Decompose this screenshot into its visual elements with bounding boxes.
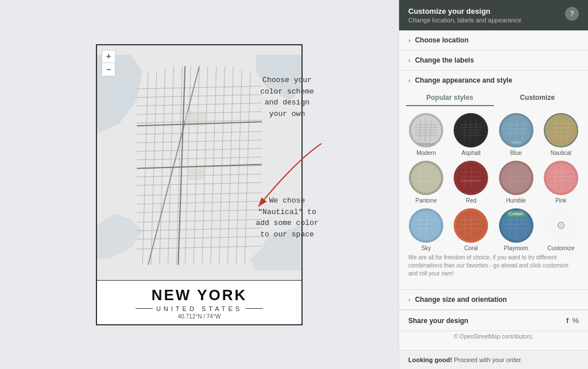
collab-badge: Collab! — [506, 211, 525, 217]
zoom-out-button[interactable]: − — [102, 63, 115, 76]
map-coords: 40.712°N / 74°W — [102, 313, 297, 320]
annotation-top: Choose your color scheme and design your… — [235, 75, 339, 119]
style-label-humble: Humble — [506, 197, 525, 204]
style-item-coral[interactable]: Coral — [451, 208, 491, 251]
right-panel: Customize your design Change location, l… — [399, 0, 588, 369]
share-label: Share your design — [408, 317, 469, 325]
style-label-sky: Sky — [421, 245, 431, 251]
section-label: Choose location — [415, 36, 469, 44]
style-item-red[interactable]: BARCELONA Red — [451, 161, 491, 204]
header-subtitle: Change location, labels and appearance — [408, 17, 521, 24]
style-item-nautical[interactable]: Nautical — [541, 113, 581, 156]
help-button[interactable]: ? — [565, 7, 579, 21]
tab-customize[interactable]: Customize — [494, 90, 582, 106]
style-item-sky[interactable]: Sky — [406, 208, 446, 251]
style-label-playroom: Playroom — [504, 245, 528, 251]
map-footer: NEW YORK UNITED STATES 40.712°N / 74°W — [97, 280, 301, 324]
style-item-playroom[interactable]: Collab! Playroom — [496, 208, 536, 251]
left-panel: + − — [0, 0, 399, 369]
style-label-pantone: Pantone — [415, 197, 436, 204]
chevron-icon: › — [408, 57, 411, 64]
freedom-text-content: We are all for freedom of choice, if you… — [408, 254, 568, 277]
right-header-text: Customize your design Change location, l… — [408, 7, 521, 24]
zoom-in-button[interactable]: + — [102, 51, 115, 63]
style-circle-blue: TOKYO — [499, 113, 533, 147]
style-circle-pantone — [409, 161, 443, 195]
style-item-customize[interactable]: ⚙ Customize — [541, 208, 581, 251]
styles-grid: STOCKHOLM Modern — [406, 113, 581, 251]
osm-text-content: © OpenStreetMap contributors. — [454, 333, 533, 340]
section-change-appearance: ‹ Change appearance and style Popular st… — [399, 71, 588, 290]
svg-text:BARCELONA: BARCELONA — [461, 179, 481, 182]
header-title: Customize your design — [408, 7, 521, 15]
zoom-controls[interactable]: + − — [102, 50, 115, 76]
style-circle-pink — [544, 161, 578, 195]
share-row: Share your design f % — [399, 310, 588, 331]
chevron-icon: › — [408, 37, 411, 44]
map-city: NEW YORK — [102, 286, 297, 304]
right-header: Customize your design Change location, l… — [399, 0, 588, 30]
style-item-asphalt[interactable]: Asphalt — [451, 113, 491, 156]
chevron-icon: › — [408, 296, 411, 303]
style-circle-coral — [454, 208, 488, 243]
section-label: Change the labels — [415, 56, 474, 64]
svg-text:STOCKHOLM: STOCKHOLM — [417, 143, 435, 146]
footer-bar: Looking good! Proceed with your order. — [399, 350, 588, 369]
style-circle-humble — [499, 161, 533, 195]
annotation-bottom-text: We chose "Nautical" to add some color to… — [256, 196, 318, 239]
footer-prefix: Looking good! — [408, 356, 452, 363]
style-item-blue[interactable]: TOKYO Blue — [496, 113, 536, 156]
style-circle-nautical — [544, 113, 578, 147]
style-circle-asphalt — [454, 113, 488, 147]
osm-attribution: © OpenStreetMap contributors. — [399, 331, 588, 342]
style-label-modern: Modern — [416, 150, 436, 156]
style-circle-sky — [409, 208, 443, 243]
style-label-asphalt: Asphalt — [462, 150, 481, 156]
style-label-customize: Customize — [547, 245, 574, 251]
link-icon[interactable]: % — [572, 316, 579, 325]
share-icons: f % — [566, 316, 579, 325]
style-label-pink: Pink — [555, 197, 566, 204]
section-change-size[interactable]: › Change size and orientation — [399, 290, 588, 310]
style-circle-playroom: Collab! — [499, 208, 533, 243]
style-item-pantone[interactable]: Pantone — [406, 161, 446, 204]
section-size-label: Change size and orientation — [415, 296, 507, 304]
style-label-blue: Blue — [510, 150, 522, 156]
style-circle-customize: ⚙ — [544, 208, 578, 243]
svg-rect-35 — [188, 168, 205, 180]
style-item-pink[interactable]: Pink — [541, 161, 581, 204]
style-label-red: Red — [466, 197, 476, 204]
footer-text: Proceed with your order. — [454, 356, 522, 363]
styles-tabs: Popular styles Customize — [406, 90, 581, 106]
styles-area: Popular styles Customize — [399, 90, 588, 289]
annotation-bottom: We chose "Nautical" to add some color to… — [235, 195, 339, 240]
style-item-humble[interactable]: Humble — [496, 161, 536, 204]
map-country: UNITED STATES — [102, 305, 297, 312]
chevron-down-icon: ‹ — [408, 77, 411, 84]
facebook-icon[interactable]: f — [566, 316, 568, 325]
section-change-labels[interactable]: › Change the labels — [399, 51, 588, 71]
section-appearance-header[interactable]: ‹ Change appearance and style — [399, 71, 588, 90]
annotation-top-text: Choose your color scheme and design your… — [260, 76, 314, 118]
freedom-text: We are all for freedom of choice, if you… — [406, 251, 581, 282]
style-item-modern[interactable]: STOCKHOLM Modern — [406, 113, 446, 156]
style-circle-modern: STOCKHOLM — [409, 113, 443, 147]
svg-text:TOKYO: TOKYO — [512, 141, 521, 144]
tab-popular-styles[interactable]: Popular styles — [406, 90, 494, 106]
style-circle-red: BARCELONA — [454, 161, 488, 195]
gear-icon: ⚙ — [556, 219, 566, 232]
section-choose-location[interactable]: › Choose location — [399, 30, 588, 51]
style-label-coral: Coral — [464, 245, 478, 251]
style-label-nautical: Nautical — [551, 150, 571, 156]
section-appearance-label: Change appearance and style — [415, 76, 512, 84]
